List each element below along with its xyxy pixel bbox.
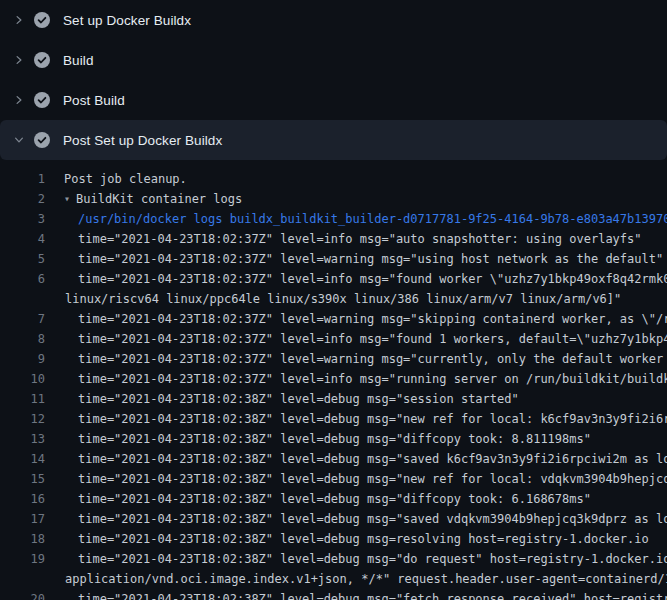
log-line: 10 time="2021-04-23T18:02:37Z" level=inf… — [0, 369, 667, 389]
chevron-right-icon[interactable] — [13, 94, 25, 106]
log-line-number — [0, 289, 45, 309]
log-line-text: BuildKit container logs — [76, 189, 242, 209]
log-line: 3 /usr/bin/docker logs buildx_buildkit_b… — [0, 209, 667, 229]
log-line-text: time="2021-04-23T18:02:37Z" level=warnin… — [78, 249, 663, 269]
log-line: 13 time="2021-04-23T18:02:38Z" level=deb… — [0, 429, 667, 449]
log-line-number — [0, 569, 45, 589]
check-circle-icon — [34, 132, 50, 148]
log-line: 4 time="2021-04-23T18:02:37Z" level=info… — [0, 229, 667, 249]
check-circle-icon — [34, 12, 50, 28]
log-line-text: time="2021-04-23T18:02:38Z" level=debug … — [78, 389, 519, 409]
log-line-number[interactable]: 17 — [0, 509, 45, 529]
log-line: 18 time="2021-04-23T18:02:38Z" level=deb… — [0, 529, 667, 549]
log-line-number[interactable]: 11 — [0, 389, 45, 409]
log-line-number[interactable]: 7 — [0, 309, 45, 329]
log-line-number[interactable]: 15 — [0, 469, 45, 489]
log-line: 16 time="2021-04-23T18:02:38Z" level=deb… — [0, 489, 667, 509]
log-line-text: application/vnd.oci.image.index.v1+json,… — [65, 569, 667, 589]
step-header-post-build[interactable]: Post Build — [0, 80, 667, 120]
step-label: Post Set up Docker Buildx — [63, 133, 222, 148]
log-line: 11 time="2021-04-23T18:02:38Z" level=deb… — [0, 389, 667, 409]
chevron-down-icon[interactable] — [13, 134, 25, 146]
log-line-number[interactable]: 19 — [0, 549, 45, 569]
log-line-text: time="2021-04-23T18:02:38Z" level=debug … — [78, 529, 649, 549]
log-line-number[interactable]: 8 — [0, 329, 45, 349]
log-line-number[interactable]: 20 — [0, 589, 45, 600]
step-label: Set up Docker Buildx — [63, 13, 191, 28]
log-line: 6 time="2021-04-23T18:02:37Z" level=info… — [0, 269, 667, 289]
log-line: 19 time="2021-04-23T18:02:38Z" level=deb… — [0, 549, 667, 569]
log-line-text: Post job cleanup. — [64, 169, 187, 189]
log-line-number[interactable]: 9 — [0, 349, 45, 369]
step-header-build[interactable]: Build — [0, 40, 667, 80]
log-line: 5 time="2021-04-23T18:02:37Z" level=warn… — [0, 249, 667, 269]
log-line-number[interactable]: 2 — [0, 189, 45, 209]
log-line-number[interactable]: 12 — [0, 409, 45, 429]
log-line-number[interactable]: 6 — [0, 269, 45, 289]
log-line-number[interactable]: 14 — [0, 449, 45, 469]
log-line-number[interactable]: 10 — [0, 369, 45, 389]
log-line-text: time="2021-04-23T18:02:38Z" level=debug … — [78, 429, 591, 449]
log-line-number[interactable]: 4 — [0, 229, 45, 249]
log-line-text: time="2021-04-23T18:02:38Z" level=debug … — [78, 409, 667, 429]
step-header-set-up-docker-buildx[interactable]: Set up Docker Buildx — [0, 0, 667, 40]
log-line-text: /usr/bin/docker logs buildx_buildkit_bui… — [78, 209, 667, 229]
chevron-right-icon[interactable] — [13, 54, 25, 66]
group-collapse-triangle-icon[interactable]: ▾ — [64, 189, 70, 209]
log-line-text: time="2021-04-23T18:02:37Z" level=warnin… — [78, 349, 667, 369]
step-label: Post Build — [63, 93, 125, 108]
step-header-post-set-up-docker-buildx[interactable]: Post Set up Docker Buildx — [0, 120, 667, 160]
check-circle-icon — [34, 92, 50, 108]
check-circle-icon — [34, 52, 50, 68]
log-line-text: time="2021-04-23T18:02:37Z" level=info m… — [78, 329, 667, 349]
log-line-continuation: linux/riscv64 linux/ppc64le linux/s390x … — [0, 289, 667, 309]
log-line-text: time="2021-04-23T18:02:38Z" level=debug … — [78, 449, 667, 469]
log-line-number[interactable]: 1 — [0, 169, 45, 189]
log-line-continuation: application/vnd.oci.image.index.v1+json,… — [0, 569, 667, 589]
log-line: 20 time="2021-04-23T18:02:38Z" level=deb… — [0, 589, 667, 600]
step-label: Build — [63, 53, 94, 68]
log-line-number[interactable]: 18 — [0, 529, 45, 549]
log-line-text: time="2021-04-23T18:02:38Z" level=debug … — [78, 509, 667, 529]
chevron-right-icon[interactable] — [13, 14, 25, 26]
log-line-text: time="2021-04-23T18:02:37Z" level=info m… — [78, 269, 667, 289]
log-line-number[interactable]: 3 — [0, 209, 45, 229]
log-line-text: time="2021-04-23T18:02:37Z" level=info m… — [78, 229, 642, 249]
log-line-text: time="2021-04-23T18:02:37Z" level=info m… — [78, 369, 667, 389]
log-line: 8 time="2021-04-23T18:02:37Z" level=info… — [0, 329, 667, 349]
log-line-text: time="2021-04-23T18:02:38Z" level=debug … — [78, 489, 591, 509]
log-line: 9 time="2021-04-23T18:02:37Z" level=warn… — [0, 349, 667, 369]
log-line-text: time="2021-04-23T18:02:37Z" level=warnin… — [78, 309, 667, 329]
log-line: 7 time="2021-04-23T18:02:37Z" level=warn… — [0, 309, 667, 329]
steps-list: Set up Docker Buildx Build P — [0, 0, 667, 160]
log-line-text: time="2021-04-23T18:02:38Z" level=debug … — [78, 549, 667, 569]
log-line-number[interactable]: 16 — [0, 489, 45, 509]
log-line-text: linux/riscv64 linux/ppc64le linux/s390x … — [65, 289, 621, 309]
log-line: 14 time="2021-04-23T18:02:38Z" level=deb… — [0, 449, 667, 469]
log-line: 2 ▾ BuildKit container logs — [0, 189, 667, 209]
log-line: 17 time="2021-04-23T18:02:38Z" level=deb… — [0, 509, 667, 529]
log-line-text: time="2021-04-23T18:02:38Z" level=debug … — [78, 589, 667, 600]
log-line: 1 Post job cleanup. — [0, 169, 667, 189]
log-viewer: 1 Post job cleanup. 2 ▾ BuildKit contain… — [0, 160, 667, 600]
log-line-text: time="2021-04-23T18:02:38Z" level=debug … — [78, 469, 667, 489]
log-line: 12 time="2021-04-23T18:02:38Z" level=deb… — [0, 409, 667, 429]
log-line-number[interactable]: 5 — [0, 249, 45, 269]
log-line: 15 time="2021-04-23T18:02:38Z" level=deb… — [0, 469, 667, 489]
log-line-number[interactable]: 13 — [0, 429, 45, 449]
